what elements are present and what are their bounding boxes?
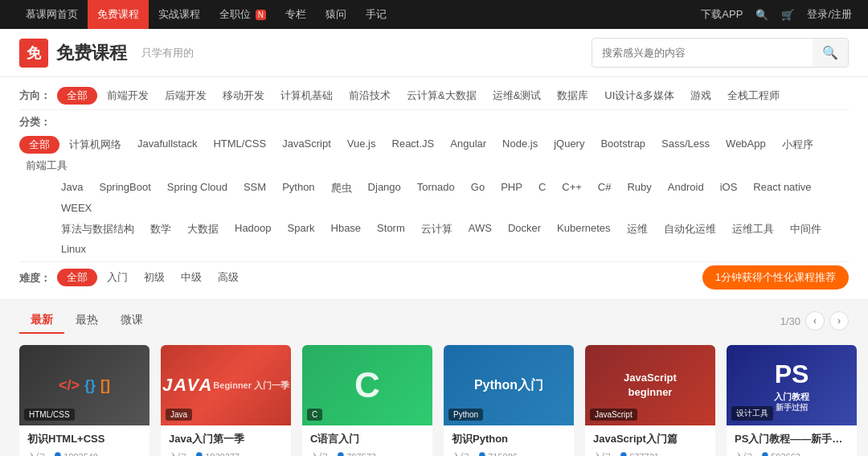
card-thumbnail: C C	[302, 345, 432, 425]
card-thumbnail: JAVABeginner 入门一季 Java	[161, 345, 291, 425]
direction-tag[interactable]: 前端开发	[100, 87, 155, 105]
category-tag[interactable]: Storm	[371, 220, 411, 238]
category-tag[interactable]: 大数据	[181, 220, 225, 238]
category-tag[interactable]: WebApp	[719, 136, 772, 154]
category-filter-row2: JavaSpringBootSpring CloudSSMPython爬虫Dja…	[19, 179, 849, 216]
category-tag[interactable]: Spark	[281, 220, 321, 238]
nav-column[interactable]: 专栏	[276, 0, 316, 29]
category-tag[interactable]: AWS	[462, 220, 498, 238]
category-tag[interactable]: 计算机网络	[63, 136, 128, 154]
category-tag[interactable]: C	[532, 179, 552, 197]
difficulty-tag[interactable]: 中级	[174, 269, 208, 286]
tab-item[interactable]: 最新	[19, 308, 64, 334]
direction-tag[interactable]: 前沿技术	[342, 87, 397, 105]
difficulty-tag[interactable]: 高级	[211, 269, 245, 286]
category-tag[interactable]: 数学	[144, 220, 178, 238]
category-tag[interactable]: React native	[747, 179, 817, 197]
category-tag[interactable]: C++	[555, 179, 588, 197]
category-tag[interactable]: C#	[592, 179, 618, 197]
category-tag[interactable]: Bootstrap	[594, 136, 652, 154]
category-tag[interactable]: SSM	[237, 179, 272, 197]
category-tag[interactable]: 云计算	[415, 220, 459, 238]
nav-login[interactable]: 登录/注册	[807, 7, 852, 22]
category-tag[interactable]: Hbase	[325, 220, 368, 238]
category-tag[interactable]: 前端工具	[19, 157, 74, 175]
category-tag[interactable]: HTML/CSS	[207, 136, 272, 154]
category-tag[interactable]: SpringBoot	[92, 179, 157, 197]
category-tag[interactable]: 中间件	[784, 220, 828, 238]
category-tag[interactable]: Angular	[444, 136, 493, 154]
category-tag[interactable]: Python	[276, 179, 321, 197]
nav-jobs[interactable]: 全职位 N	[210, 0, 276, 30]
direction-tag[interactable]: 计算机基础	[274, 87, 339, 105]
direction-tag[interactable]: 运维&测试	[486, 87, 548, 105]
category-tag[interactable]: Django	[362, 179, 407, 197]
category-tags-row2: JavaSpringBootSpring CloudSSMPython爬虫Dja…	[55, 179, 849, 216]
category-tag[interactable]: Hadoop	[228, 220, 278, 238]
tab-item[interactable]: 最热	[64, 308, 109, 334]
category-tag[interactable]: 运维	[620, 220, 654, 238]
course-card[interactable]: C C C语言入门 入门 👤797573 C语言入门视频教程，带你进入编程世界的…	[302, 345, 432, 456]
category-tag[interactable]: WEEX	[55, 200, 98, 216]
nav-home[interactable]: 慕课网首页	[16, 0, 88, 29]
category-tag[interactable]: 小程序	[776, 136, 820, 154]
category-tag[interactable]: Kubernetes	[551, 220, 617, 238]
card-category-badge: C	[307, 409, 322, 421]
category-tag[interactable]: Vue.js	[341, 136, 383, 154]
prev-page-button[interactable]: ‹	[805, 311, 825, 331]
category-tag[interactable]: 爬虫	[325, 179, 358, 197]
category-tag[interactable]: Javafullstack	[131, 136, 203, 154]
direction-tag[interactable]: UI设计&多媒体	[598, 87, 681, 105]
category-tag[interactable]: Android	[661, 179, 710, 197]
course-card[interactable]: Python入门 Python 初识Python 入门 👤715986 学Pyt…	[444, 345, 574, 456]
recommend-button[interactable]: 1分钟获得个性化课程推荐	[702, 265, 849, 290]
search-icon[interactable]: 🔍	[755, 9, 768, 21]
category-tag[interactable]: JavaScript	[276, 136, 338, 154]
course-card[interactable]: PS入门教程新手过招 设计工具 PS入门教程——新手过招 入门 👤593663 …	[727, 345, 857, 456]
direction-tag[interactable]: 全部	[57, 87, 97, 105]
cart-icon[interactable]: 🛒	[781, 9, 794, 21]
category-tag[interactable]: Go	[465, 179, 491, 197]
difficulty-tag[interactable]: 全部	[57, 269, 97, 286]
category-tag[interactable]: 全部	[19, 136, 59, 154]
category-tag[interactable]: Tornado	[411, 179, 461, 197]
direction-tag[interactable]: 全栈工程师	[721, 87, 786, 105]
category-tag[interactable]: Java	[55, 179, 89, 197]
category-tag[interactable]: Sass/Less	[655, 136, 716, 154]
card-level: 入门 👤797573	[310, 451, 424, 456]
difficulty-tag[interactable]: 入门	[100, 269, 134, 286]
direction-filter-row: 方向： 全部前端开发后端开发移动开发计算机基础前沿技术云计算&大数据运维&测试数…	[19, 87, 849, 105]
direction-tag[interactable]: 游戏	[684, 87, 718, 105]
difficulty-tag[interactable]: 初级	[137, 269, 171, 286]
direction-tag[interactable]: 移动开发	[216, 87, 271, 105]
course-card[interactable]: </>{}[] HTML/CSS 初识HTML+CSS 入门 👤1093540 …	[19, 345, 149, 456]
nav-notes[interactable]: 手记	[356, 0, 396, 29]
category-tag[interactable]: 算法与数据结构	[55, 220, 141, 238]
category-tag[interactable]: 自动化运维	[657, 220, 723, 238]
category-tag[interactable]: Linux	[55, 241, 92, 257]
category-tag[interactable]: iOS	[714, 179, 744, 197]
category-tag[interactable]: React.JS	[386, 136, 441, 154]
category-tag[interactable]: Docker	[502, 220, 547, 238]
direction-tag[interactable]: 后端开发	[158, 87, 213, 105]
tab-item[interactable]: 微课	[109, 308, 154, 334]
category-tag[interactable]: 运维工具	[726, 220, 780, 238]
category-tag[interactable]: PHP	[494, 179, 529, 197]
category-tag[interactable]: Node.js	[496, 136, 544, 154]
category-tag[interactable]: jQuery	[547, 136, 591, 154]
nav-free-courses[interactable]: 免费课程	[88, 0, 149, 29]
category-tag[interactable]: Spring Cloud	[161, 179, 234, 197]
nav-right: 下载APP 🔍 🛒 登录/注册	[701, 7, 852, 22]
direction-tag[interactable]: 云计算&大数据	[400, 87, 483, 105]
direction-tag[interactable]: 数据库	[551, 87, 595, 105]
course-card[interactable]: JavaScriptbeginner JavaScript JavaScript…	[585, 345, 715, 456]
next-page-button[interactable]: ›	[829, 311, 849, 331]
nav-practice[interactable]: 实战课程	[149, 0, 210, 29]
nav-download-app[interactable]: 下载APP	[701, 7, 743, 22]
search-input[interactable]	[592, 40, 813, 65]
difficulty-tags: 全部入门初级中级高级	[57, 269, 245, 286]
nav-qa[interactable]: 猿问	[316, 0, 356, 29]
category-tag[interactable]: Ruby	[620, 179, 657, 197]
course-card[interactable]: JAVABeginner 入门一季 Java Java入门第一季 入门 👤103…	[161, 345, 291, 456]
search-button[interactable]: 🔍	[813, 39, 848, 67]
